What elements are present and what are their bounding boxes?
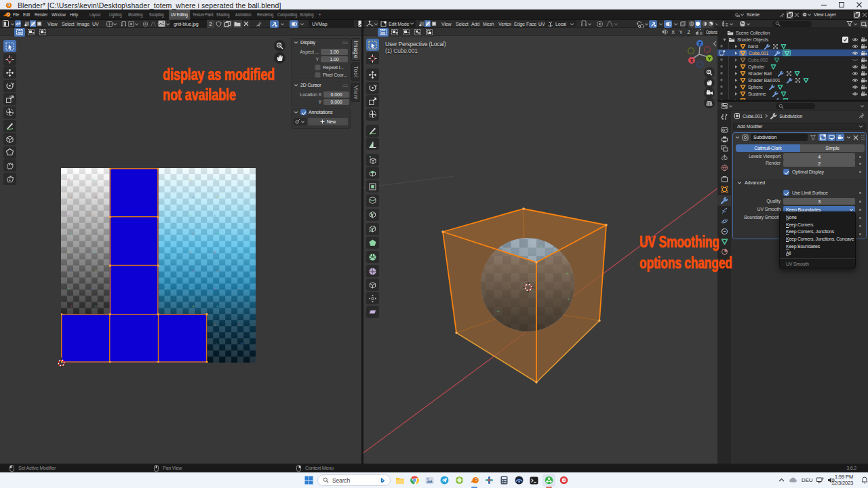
tab-output-icon[interactable]	[721, 136, 728, 143]
uv-menu-uv[interactable]: UV	[92, 22, 98, 26]
maximize-button[interactable]	[833, 0, 850, 9]
vp-tool-edge-slide[interactable]	[366, 279, 379, 291]
uv-menu-select[interactable]: Select	[62, 22, 75, 26]
vp-tool-poly-build[interactable]	[366, 237, 379, 249]
disable-render-icon[interactable]	[861, 70, 867, 77]
taskbar-powertoys[interactable]	[483, 474, 496, 487]
keyframe-dot[interactable]	[859, 225, 861, 227]
levels-viewport-field[interactable]: 4	[783, 153, 855, 160]
disclosure-triangle-icon[interactable]	[722, 37, 727, 42]
add-modifier-button[interactable]: Add Modifier	[733, 123, 866, 130]
keyframe-dot[interactable]	[859, 171, 861, 173]
overlays-chevron-icon[interactable]	[300, 22, 304, 26]
workspace-tab-animation[interactable]: Animation	[233, 9, 253, 20]
disable-render-icon[interactable]	[861, 77, 867, 83]
select-mode-intersect-button[interactable]	[424, 28, 435, 37]
cursor-x-value[interactable]: 0.000	[323, 92, 349, 98]
mode-selector[interactable]: Edit Mode	[378, 20, 416, 28]
tab-collection-icon[interactable]	[721, 176, 728, 183]
taskbar-file-explorer[interactable]	[393, 474, 406, 487]
vp-tool-knife[interactable]	[366, 223, 379, 235]
uv-gizmos-toggle[interactable]	[270, 20, 279, 28]
uv-tool-cursor[interactable]	[3, 54, 16, 66]
vp-tool-shear[interactable]	[366, 306, 379, 318]
proportional-falloff-icon[interactable]	[150, 21, 157, 27]
snap-target-icon[interactable]	[128, 21, 134, 27]
vp-tool-inset[interactable]	[366, 180, 379, 192]
panel-expand-icon[interactable]	[735, 135, 740, 140]
keyframe-dot[interactable]	[859, 209, 861, 211]
disclosure-triangle-icon[interactable]	[734, 64, 738, 69]
edge-select-button[interactable]	[425, 20, 431, 27]
vp-tool-select-box[interactable]	[366, 39, 379, 51]
show-overlays-toggle[interactable]	[664, 20, 672, 28]
view-layer-delete-icon[interactable]	[862, 12, 867, 18]
outliner-row-scene-collection[interactable]: Scene Collection	[717, 29, 868, 36]
modifier-delete-icon[interactable]	[853, 135, 859, 140]
falloff-chevron-icon[interactable]	[614, 22, 618, 26]
select-mode-subtract-button[interactable]	[401, 28, 412, 37]
hide-viewport-icon[interactable]	[852, 50, 859, 56]
modifier-drag-icon[interactable]	[861, 134, 865, 140]
select-mode-new-button[interactable]	[14, 28, 25, 37]
disable-render-icon[interactable]	[861, 37, 867, 43]
editor-type-chevron-icon[interactable]	[10, 22, 15, 26]
uv-pan-button[interactable]	[274, 52, 285, 64]
snap-chevron-icon[interactable]	[587, 22, 592, 26]
filter-chevron-icon[interactable]	[853, 22, 858, 26]
tab-view-layer-icon[interactable]	[721, 145, 728, 152]
taskbar-calculator[interactable]	[498, 474, 511, 487]
tab-modifiers-icon[interactable]	[721, 197, 728, 204]
scene-delete-icon[interactable]	[794, 12, 800, 18]
image-browse-chevron-icon[interactable]	[165, 22, 170, 26]
panel-drag-icon[interactable]	[342, 84, 348, 87]
modifier-name-field[interactable]: Subdivision	[751, 134, 808, 141]
breadcrumb-object[interactable]: Cube.001	[743, 114, 762, 119]
shading-wireframe-button[interactable]	[688, 20, 695, 28]
uv-tool-move[interactable]	[3, 66, 16, 79]
outliner-row-cube-002[interactable]: Cube.002	[717, 56, 868, 63]
image-name-field[interactable]: grid-blue.jpg	[170, 20, 207, 28]
proportional-editing-icon[interactable]	[142, 21, 149, 27]
keyframe-dot[interactable]	[859, 201, 861, 203]
outliner-search-input[interactable]	[772, 21, 812, 27]
hide-viewport-icon[interactable]	[852, 91, 859, 97]
taskbar-app-arc[interactable]	[513, 474, 526, 487]
close-button[interactable]	[850, 0, 868, 9]
visibility-chevron-icon[interactable]	[644, 22, 649, 26]
annotation-layer-dropdown[interactable]	[294, 118, 307, 125]
vp-tool-bevel[interactable]	[366, 195, 379, 207]
outliner-row-cylinder[interactable]: Cylinder	[717, 63, 868, 70]
sidebar-tab-view[interactable]: View	[351, 83, 360, 102]
gizmo-neg-y-axis[interactable]	[688, 48, 694, 54]
vp-tool-spin[interactable]	[366, 251, 379, 263]
disclosure-triangle-icon[interactable]	[734, 58, 738, 62]
tab-render-icon[interactable]	[721, 126, 728, 134]
hide-viewport-icon[interactable]	[852, 70, 859, 77]
editor-type-chevron-icon[interactable]	[728, 104, 733, 108]
vp-menu-view[interactable]: View	[441, 22, 451, 26]
workspace-tab-sculpting[interactable]: Sculpting	[147, 9, 166, 20]
uv-tool-select-box[interactable]	[3, 40, 16, 52]
workspace-tab-scripting[interactable]: Scripting	[298, 9, 315, 20]
disclosure-triangle-icon[interactable]	[734, 51, 738, 56]
editor-type-icon[interactable]	[721, 102, 728, 110]
vp-perspective-button[interactable]	[704, 98, 715, 108]
uv-menu-image[interactable]: Image	[77, 22, 90, 26]
onedrive-icon[interactable]	[789, 476, 797, 483]
display-channels-icon[interactable]	[358, 20, 361, 27]
taskbar-app-red[interactable]	[557, 474, 570, 487]
properties-search-input[interactable]	[776, 103, 815, 109]
panel-drag-icon[interactable]	[342, 41, 348, 45]
editor-type-chevron-icon[interactable]	[729, 22, 734, 26]
tab-object-icon[interactable]	[721, 186, 728, 193]
hide-viewport-closed-icon[interactable]	[852, 57, 859, 63]
hide-viewport-icon[interactable]	[852, 37, 859, 43]
aspect-y-value[interactable]: 1.00	[321, 56, 348, 62]
properties-options-chevron-icon[interactable]	[860, 104, 865, 108]
proportional-falloff-icon[interactable]	[606, 20, 614, 27]
workspace-tab-shading[interactable]: Shading	[214, 9, 231, 20]
modifier-extras-chevron-icon[interactable]	[846, 135, 851, 140]
select-mode-new-button[interactable]	[378, 28, 389, 37]
uv-image-canvas[interactable]: + + - + + - + + - + + - + + - + + - + + …	[61, 168, 256, 363]
